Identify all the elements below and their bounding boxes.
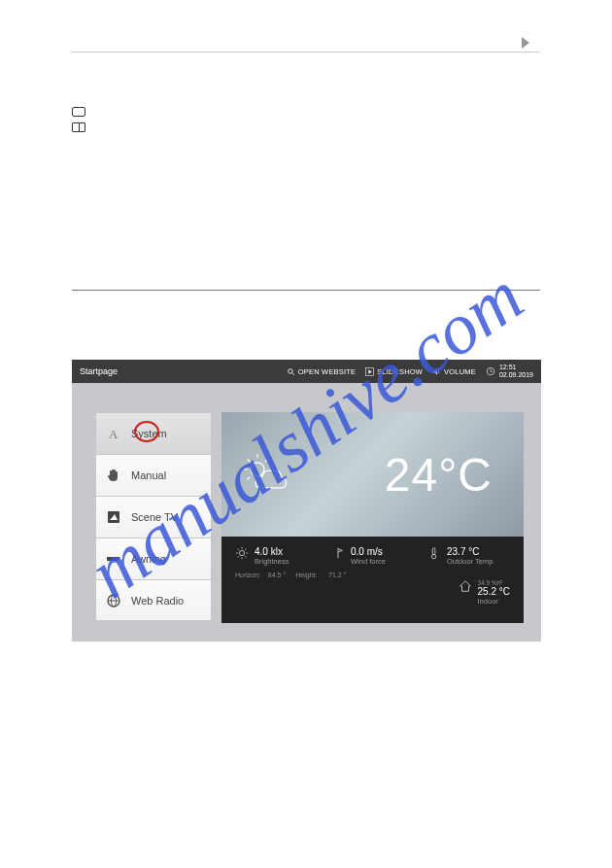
sidebar-item-label: Scene TV xyxy=(131,511,178,523)
open-website-button[interactable]: OPEN WEBSITE xyxy=(287,367,357,376)
sidebar-navlist: A System Manual Scene TV xyxy=(95,412,212,621)
clock-date: 02.09.2019 xyxy=(499,371,533,379)
outdoor-temp-label: Outdoor Temp. xyxy=(447,557,494,566)
volume-label: VOLUME xyxy=(444,367,476,376)
indoor-temp-value: 25.2 °C xyxy=(478,586,510,597)
square-icon xyxy=(72,107,85,117)
brightness-icon xyxy=(235,546,249,560)
clock-display: 12:51 02.09.2019 xyxy=(486,364,533,379)
thermometer-outdoor-icon xyxy=(427,546,441,560)
wind-icon xyxy=(331,546,345,560)
indoor-icon xyxy=(459,579,472,593)
clock-icon xyxy=(486,366,495,376)
brightness-reading: 4.0 klx Brightness xyxy=(235,546,318,566)
document-icons xyxy=(72,107,85,132)
top-separator xyxy=(72,43,540,52)
sun-position: Horizon: 84.5 ° Height: 71.2 ° xyxy=(235,572,510,578)
sidebar-item-label: Manual xyxy=(131,469,166,481)
weather-details: 4.0 klx Brightness 0.0 m/s Wind force xyxy=(221,537,524,623)
outdoor-temp-value: 23.7 °C xyxy=(447,546,494,557)
brightness-value: 4.0 klx xyxy=(255,546,289,557)
globe-icon xyxy=(106,593,121,608)
svg-marker-4 xyxy=(433,368,437,374)
svg-point-14 xyxy=(251,463,264,476)
sidebar-item-system[interactable]: A System xyxy=(95,412,212,454)
wind-value: 0.0 m/s xyxy=(351,546,386,557)
volume-button[interactable]: VOLUME xyxy=(432,367,476,376)
sidebar-item-scene-tv[interactable]: Scene TV xyxy=(95,496,212,538)
weather-panel: 24°C 4.0 klx Brightness xyxy=(221,412,524,623)
main-temperature: 24°C xyxy=(289,448,506,502)
svg-text:A: A xyxy=(109,427,119,441)
outdoor-temp-reading: 23.7 °C Outdoor Temp. xyxy=(427,546,510,566)
hand-icon xyxy=(106,468,121,483)
horizon-label: Horizon: xyxy=(235,572,260,578)
slideshow-label: SLIDESHOW xyxy=(377,367,423,376)
play-icon xyxy=(365,367,374,376)
sidebar-item-web-radio[interactable]: Web Radio xyxy=(95,579,212,621)
sidebar-item-awning[interactable]: Awning xyxy=(95,538,212,579)
svg-line-27 xyxy=(238,556,239,557)
wind-reading: 0.0 m/s Wind force xyxy=(331,546,414,566)
indoor-humidity: 34.9 %rF xyxy=(478,579,510,586)
system-icon: A xyxy=(106,426,121,441)
sidebar-item-label: Awning xyxy=(131,553,166,565)
titlebar: Startpage OPEN WEBSITE SLIDESHOW VOLUME … xyxy=(72,360,541,383)
sidebar-item-label: Web Radio xyxy=(131,595,184,607)
height-value: 71.2 ° xyxy=(328,572,346,578)
svg-marker-3 xyxy=(369,369,372,374)
svg-line-1 xyxy=(291,372,293,374)
svg-line-17 xyxy=(248,459,251,462)
device-screenshot: Startpage OPEN WEBSITE SLIDESHOW VOLUME … xyxy=(72,360,541,642)
svg-point-20 xyxy=(239,550,244,555)
svg-rect-29 xyxy=(432,548,435,555)
page-title: Startpage xyxy=(80,366,277,376)
weather-condition-icon xyxy=(239,449,289,500)
height-label: Height: xyxy=(295,572,317,578)
search-icon xyxy=(287,367,295,376)
horizon-value: 84.5 ° xyxy=(268,572,286,578)
sidebar-item-manual[interactable]: Manual xyxy=(95,454,212,496)
open-website-label: OPEN WEBSITE xyxy=(298,367,357,376)
arrow-right-icon xyxy=(522,37,529,49)
svg-line-18 xyxy=(248,477,251,480)
indoor-reading: 34.9 %rF 25.2 °C Indoor xyxy=(459,579,510,606)
indoor-label: Indoor xyxy=(478,597,510,606)
volume-icon xyxy=(432,367,441,376)
scene-icon xyxy=(106,509,121,525)
svg-line-19 xyxy=(265,459,268,462)
svg-line-7 xyxy=(491,371,493,372)
svg-line-26 xyxy=(245,556,246,557)
weather-sky: 24°C xyxy=(221,412,524,537)
brightness-label: Brightness xyxy=(255,557,289,566)
book-icon xyxy=(72,122,85,132)
svg-line-28 xyxy=(245,549,246,550)
svg-line-25 xyxy=(238,549,239,550)
wind-label: Wind force xyxy=(351,557,386,566)
mid-separator xyxy=(72,290,540,291)
sidebar-item-label: System xyxy=(131,428,167,439)
stage: A System Manual Scene TV xyxy=(72,383,541,642)
slideshow-button[interactable]: SLIDESHOW xyxy=(365,367,423,376)
svg-point-0 xyxy=(288,368,292,373)
clock-time: 12:51 xyxy=(499,364,533,371)
awning-icon xyxy=(106,551,121,567)
